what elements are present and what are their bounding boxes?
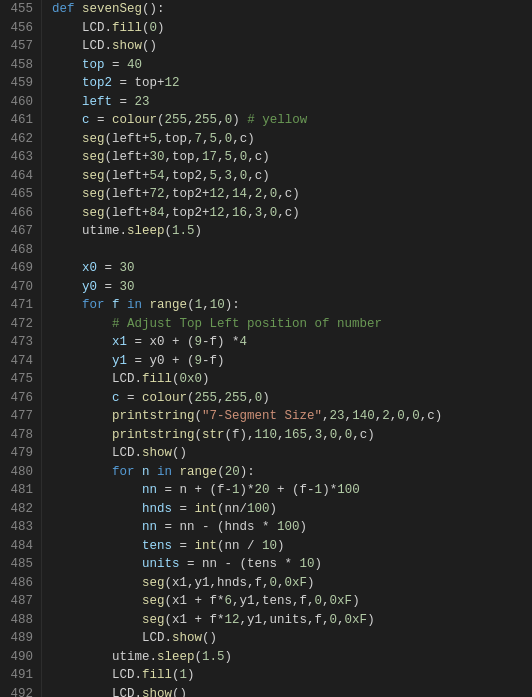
var-token: x1 (112, 335, 127, 349)
code-line: LCD.show() (52, 444, 532, 463)
plain-token: ) (277, 539, 285, 553)
plain-token: = nn - (hnds * (157, 520, 277, 534)
plain-token: LCD. (52, 39, 112, 53)
code-line: x0 = 30 (52, 259, 532, 278)
line-number: 478 (0, 426, 33, 445)
line-number: 488 (0, 611, 33, 630)
plain-token: , (247, 206, 255, 220)
num-token: 9 (195, 335, 203, 349)
code-line: seg(x1,y1,hnds,f,0,0xF) (52, 574, 532, 593)
plain-token: ): (240, 465, 255, 479)
plain-token (52, 150, 82, 164)
num-token: 10 (262, 539, 277, 553)
kw-token: in (157, 465, 172, 479)
plain-token: = nn - (tens * (180, 557, 300, 571)
plain-token: , (217, 391, 225, 405)
plain-token: ,c) (277, 206, 300, 220)
num-token: 255 (225, 391, 248, 405)
code-area[interactable]: def sevenSeg(): LCD.fill(0) LCD.show() t… (42, 0, 532, 697)
plain-token: (): (142, 2, 165, 16)
plain-token: () (172, 687, 187, 698)
plain-token: )* (322, 483, 337, 497)
num-token: 54 (150, 169, 165, 183)
plain-token: ) (202, 372, 210, 386)
var-token: nn (142, 520, 157, 534)
method-token: fill (142, 668, 172, 682)
plain-token: = (90, 113, 113, 127)
code-line: x1 = x0 + (9-f) *4 (52, 333, 532, 352)
plain-token: -f) (202, 354, 225, 368)
num-token: 1.5 (172, 224, 195, 238)
line-number: 466 (0, 204, 33, 223)
code-line: utime.sleep(1.5) (52, 222, 532, 241)
num-token: 5 (150, 132, 158, 146)
num-token: 84 (150, 206, 165, 220)
plain-token: , (337, 613, 345, 627)
num-token: 20 (255, 483, 270, 497)
code-line: seg(x1 + f*6,y1,tens,f,0,0xF) (52, 592, 532, 611)
num-token: 2 (382, 409, 390, 423)
plain-token (52, 520, 142, 534)
plain-token (52, 576, 142, 590)
line-number: 476 (0, 389, 33, 408)
code-container: 4554564574584594604614624634644654664674… (0, 0, 532, 697)
plain-token (52, 391, 112, 405)
plain-token: ( (195, 428, 203, 442)
code-line: LCD.show() (52, 629, 532, 648)
line-number: 489 (0, 629, 33, 648)
line-number: 492 (0, 685, 33, 698)
line-number: 471 (0, 296, 33, 315)
line-number: 465 (0, 185, 33, 204)
plain-token: , (322, 428, 330, 442)
num-token: 30 (150, 150, 165, 164)
code-line: seg(x1 + f*12,y1,units,f,0,0xF) (52, 611, 532, 630)
line-number: 485 (0, 555, 33, 574)
num-token: 17 (202, 150, 217, 164)
plain-token (135, 465, 143, 479)
plain-token (52, 298, 82, 312)
num-token: 0xF (345, 613, 368, 627)
plain-token: ,top, (157, 132, 195, 146)
plain-token: , (217, 113, 225, 127)
plain-token (52, 354, 112, 368)
num-token: 20 (225, 465, 240, 479)
code-line: c = colour(255,255,0) # yellow (52, 111, 532, 130)
num-token: 5 (210, 169, 218, 183)
method-token: show (112, 39, 142, 53)
code-line: # Adjust Top Left position of number (52, 315, 532, 334)
code-line (52, 241, 532, 260)
plain-token: LCD. (52, 668, 142, 682)
plain-token: ) (367, 613, 375, 627)
plain-token: ,c) (247, 169, 270, 183)
plain-token: )* (240, 483, 255, 497)
code-line: printstring(str(f),110,165,3,0,0,c) (52, 426, 532, 445)
code-line: y1 = y0 + (9-f) (52, 352, 532, 371)
num-token: 4 (240, 335, 248, 349)
plain-token: (left+ (105, 169, 150, 183)
plain-token: ( (165, 224, 173, 238)
plain-token (52, 317, 112, 331)
plain-token (105, 298, 113, 312)
num-token: 3 (225, 169, 233, 183)
num-token: 255 (195, 391, 218, 405)
plain-token: utime. (52, 224, 127, 238)
plain-token: (left+ (105, 187, 150, 201)
code-line: c = colour(255,255,0) (52, 389, 532, 408)
fn-token: colour (142, 391, 187, 405)
plain-token: , (337, 428, 345, 442)
num-token: 0 (270, 576, 278, 590)
num-token: 100 (337, 483, 360, 497)
plain-token: ) (307, 576, 315, 590)
line-number: 461 (0, 111, 33, 130)
plain-token: ) (195, 224, 203, 238)
code-line: def sevenSeg(): (52, 0, 532, 19)
kw-token: def (52, 2, 82, 16)
code-line: y0 = 30 (52, 278, 532, 297)
code-line: seg(left+5,top,7,5,0,c) (52, 130, 532, 149)
num-token: 7 (195, 132, 203, 146)
plain-token (52, 113, 82, 127)
plain-token: ,y1,units,f, (240, 613, 330, 627)
var-token: c (112, 391, 120, 405)
plain-token: ,c) (247, 150, 270, 164)
code-line: seg(left+84,top2+12,16,3,0,c) (52, 204, 532, 223)
